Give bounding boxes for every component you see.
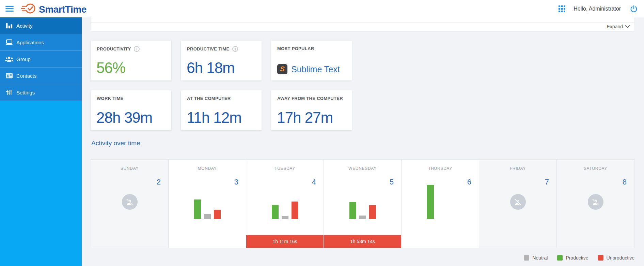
legend-item-unproductive: Unproductive: [598, 255, 635, 261]
chart-legend: Neutral Productive Unproductive: [524, 255, 634, 261]
contact-card-icon: [5, 72, 14, 80]
user-greeting: Hello, Administrator: [574, 6, 621, 12]
day-column-friday[interactable]: FRIDAY 7: [479, 160, 557, 248]
legend-item-productive: Productive: [557, 255, 588, 261]
away-from-computer-card: AWAY FROM THE COMPUTER 17h 27m: [271, 90, 352, 130]
away-from-computer-value: 17h 27m: [277, 109, 333, 126]
sidebar-item-settings[interactable]: Settings: [0, 84, 82, 101]
sidebar-item-label: Contacts: [16, 73, 36, 79]
card-label: PRODUCTIVE TIME: [187, 46, 229, 51]
day-column-tuesday[interactable]: TUESDAY 4 1h 11m 16s: [246, 160, 324, 248]
day-name: WEDNESDAY: [324, 166, 401, 171]
app-logo[interactable]: SmartTime: [21, 2, 87, 16]
unproductive-swatch: [598, 255, 603, 261]
legend-label: Unproductive: [607, 255, 635, 261]
filters-panel: Expand: [91, 17, 634, 31]
chevron-down-icon: [625, 25, 630, 28]
day-column-wednesday[interactable]: WEDNESDAY 5 1h 53m 14s: [324, 160, 402, 248]
day-bars: [194, 200, 221, 219]
unproductive-bar: [369, 205, 376, 219]
card-label: AT THE COMPUTER: [187, 96, 231, 101]
day-bars: [427, 185, 454, 219]
neutral-swatch: [524, 255, 529, 261]
user-off-icon: [588, 194, 603, 210]
info-icon[interactable]: i: [232, 46, 238, 52]
day-name: MONDAY: [169, 166, 246, 171]
day-name: THURSDAY: [402, 166, 479, 171]
day-number: 3: [234, 178, 238, 187]
menu-icon[interactable]: [5, 6, 14, 12]
user-off-icon: [122, 194, 138, 210]
most-popular-card: MOST POPULAR S Sublime Text: [271, 41, 352, 80]
sidebar-item-activity[interactable]: Activity: [0, 17, 82, 34]
productivity-card: PRODUCTIVITY i 56%: [91, 41, 171, 80]
productive-bar: [272, 205, 279, 219]
section-title: Activity over time: [91, 139, 140, 147]
user-off-icon: [510, 194, 526, 210]
productive-bar: [427, 185, 434, 219]
sidebar-item-label: Group: [16, 56, 31, 62]
day-bars: [272, 202, 298, 219]
sidebar-item-group[interactable]: Group: [0, 51, 82, 68]
card-label: AWAY FROM THE COMPUTER: [277, 96, 343, 101]
sliders-icon: [5, 88, 14, 97]
productive-bar: [349, 202, 356, 219]
day-number: 4: [312, 178, 316, 187]
unproductive-bar: [214, 210, 221, 219]
legend-item-neutral: Neutral: [524, 255, 548, 261]
day-number: 2: [157, 178, 161, 187]
sidebar-item-applications[interactable]: Applications: [0, 34, 82, 51]
productive-swatch: [557, 255, 563, 261]
neutral-bar: [204, 214, 211, 219]
day-number: 5: [390, 178, 394, 187]
sidebar: Activity Applications Group: [0, 17, 82, 266]
at-computer-value: 11h 12m: [187, 109, 241, 126]
unproductive-total-badge: 1h 53m 14s: [324, 235, 401, 248]
sidebar-item-label: Activity: [16, 23, 33, 29]
expand-label: Expand: [607, 24, 623, 29]
apps-grid-icon[interactable]: [559, 5, 565, 12]
day-name: SATURDAY: [557, 166, 634, 171]
productivity-value: 56%: [96, 59, 125, 76]
unproductive-bar: [292, 202, 298, 219]
work-time-value: 28h 39m: [96, 109, 152, 126]
day-number: 6: [467, 178, 471, 187]
sidebar-item-contacts[interactable]: Contacts: [0, 68, 82, 84]
sidebar-item-label: Settings: [16, 90, 35, 95]
day-bars: [349, 202, 376, 219]
laptop-icon: [5, 38, 14, 46]
card-label: MOST POPULAR: [277, 46, 314, 51]
legend-label: Neutral: [532, 255, 548, 261]
info-icon[interactable]: i: [134, 46, 140, 52]
card-label: WORK TIME: [97, 96, 124, 101]
productive-bar: [194, 200, 201, 219]
day-name: TUESDAY: [246, 166, 324, 171]
productive-time-card: PRODUCTIVE TIME i 6h 18m: [181, 41, 262, 80]
power-icon[interactable]: [630, 5, 638, 13]
activity-week-chart: SUNDAY 2 MONDAY 3 TUESDAY 4 1h 11m: [91, 159, 634, 248]
sidebar-item-label: Applications: [16, 40, 44, 45]
legend-label: Productive: [566, 255, 588, 261]
day-number: 7: [545, 178, 549, 187]
app-title: SmartTime: [39, 3, 87, 16]
neutral-bar: [282, 216, 288, 219]
work-time-card: WORK TIME 28h 39m: [91, 90, 171, 130]
unproductive-total-badge: 1h 11m 16s: [246, 235, 324, 248]
day-name: FRIDAY: [479, 166, 556, 171]
day-name: SUNDAY: [91, 166, 168, 171]
day-column-saturday[interactable]: SATURDAY 8: [557, 160, 634, 248]
most-popular-value[interactable]: Sublime Text: [291, 64, 340, 74]
card-label: PRODUCTIVITY: [97, 46, 131, 51]
day-number: 8: [623, 178, 627, 187]
at-computer-card: AT THE COMPUTER 11h 12m: [181, 90, 262, 130]
productive-time-value: 6h 18m: [187, 59, 235, 76]
sublime-text-icon: S: [277, 64, 287, 74]
app-header: SmartTime Hello, Administrator: [0, 0, 644, 17]
day-column-thursday[interactable]: THURSDAY 6: [402, 160, 479, 248]
day-column-monday[interactable]: MONDAY 3: [169, 160, 246, 248]
panel-divider: [91, 23, 634, 23]
neutral-bar: [359, 216, 366, 219]
expand-button[interactable]: Expand: [607, 24, 630, 29]
day-column-sunday[interactable]: SUNDAY 2: [91, 160, 169, 248]
people-icon: [5, 55, 14, 63]
